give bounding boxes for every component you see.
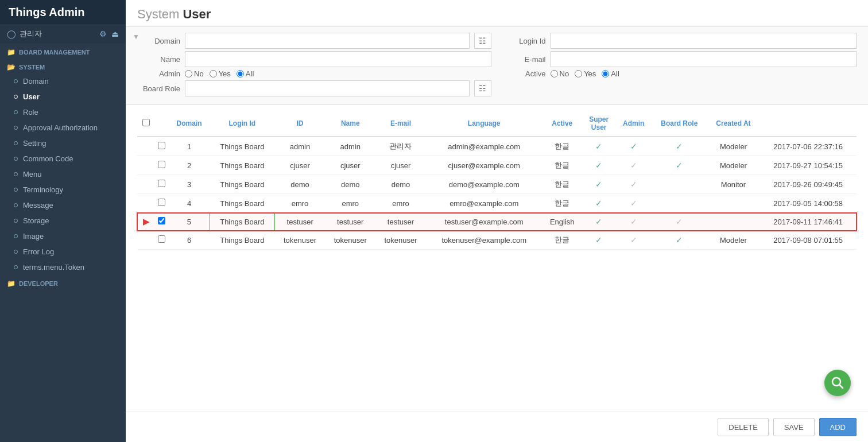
name-input[interactable] <box>185 51 491 67</box>
admin-radio-no[interactable]: No <box>185 69 204 78</box>
th-language[interactable]: Language <box>426 111 542 137</box>
th-created-at[interactable]: Created At <box>707 111 760 137</box>
sidebar-item-domain-label: Domain <box>23 77 49 86</box>
login-id-label: Login Id <box>503 37 546 45</box>
row-checkbox-cell[interactable] <box>154 213 169 231</box>
check-icon: ✓ <box>676 161 683 170</box>
board-role-cell: Modeler <box>707 231 760 250</box>
board-role-input[interactable] <box>185 80 470 96</box>
row-checkbox[interactable] <box>158 180 165 187</box>
super-user-cell: ✓ <box>615 194 652 213</box>
sidebar-item-error-log[interactable]: Error Log <box>0 244 126 259</box>
row-checkbox[interactable] <box>158 161 165 168</box>
user-icon: ◯ <box>7 29 16 38</box>
row-num-cell: 4 <box>169 194 210 213</box>
active-radio-all[interactable]: All <box>602 69 619 78</box>
th-active[interactable]: Active <box>542 111 582 137</box>
super-user-cell: ✓ <box>615 213 652 231</box>
th-login-id[interactable]: Login Id <box>210 111 274 137</box>
check-icon: ✓ <box>595 217 602 226</box>
login-id-input[interactable] <box>551 33 857 49</box>
filter-collapse-arrow[interactable]: ▼ <box>130 33 142 41</box>
row-checkbox-cell[interactable] <box>154 194 169 213</box>
sidebar-item-image[interactable]: Image <box>0 228 126 244</box>
th-id[interactable]: ID <box>275 111 326 137</box>
delete-button[interactable]: DELETE <box>718 418 769 436</box>
table-row[interactable]: 1 Things Board admin admin 관리자 admin@exa… <box>137 137 857 156</box>
search-fab[interactable] <box>824 370 851 396</box>
settings-icon[interactable]: ⚙ <box>99 29 107 38</box>
table-row[interactable]: 3 Things Board demo demo demo demo@examp… <box>137 175 857 194</box>
row-checkbox-cell[interactable] <box>154 175 169 194</box>
id-cell: admin <box>325 137 375 156</box>
admin-radio-all-input[interactable] <box>237 70 244 77</box>
board-role-browse-button[interactable]: ☷ <box>474 80 491 96</box>
th-select-all[interactable] <box>137 111 154 137</box>
sidebar-item-message-label: Message <box>23 201 53 210</box>
sidebar-item-storage[interactable]: Storage <box>0 213 126 228</box>
th-email[interactable]: E-mail <box>375 111 426 137</box>
th-board-role[interactable]: Board Role <box>652 111 707 137</box>
sidebar-item-role[interactable]: Role <box>0 104 126 120</box>
search-icon <box>831 377 844 389</box>
table-row[interactable]: ▶ 5 Things Board testuser testuser testu… <box>137 213 857 231</box>
sidebar-section-developer[interactable]: 📁 DEVELOPER <box>0 275 126 290</box>
sidebar-section-board-management[interactable]: 📁 BOARD MANAGEMENT <box>0 44 126 59</box>
select-all-checkbox[interactable] <box>142 119 150 126</box>
sidebar-item-common-code[interactable]: Common Code <box>0 151 126 166</box>
sidebar-item-message[interactable]: Message <box>0 197 126 213</box>
sidebar-section-system[interactable]: 📂 SYSTEM <box>0 59 126 73</box>
th-name[interactable]: Name <box>325 111 375 137</box>
table-row[interactable]: 4 Things Board emro emro emro emro@examp… <box>137 194 857 213</box>
admin-radio-no-input[interactable] <box>185 70 192 77</box>
active-radio-yes-input[interactable] <box>575 70 582 77</box>
active-radio-no-input[interactable] <box>551 70 558 77</box>
row-checkbox[interactable] <box>158 199 165 206</box>
row-checkbox[interactable] <box>158 217 165 224</box>
row-checkbox[interactable] <box>158 142 165 149</box>
active-radio-no[interactable]: No <box>551 69 569 78</box>
row-checkbox-cell[interactable] <box>154 231 169 250</box>
check-icon: ✓ <box>595 199 602 208</box>
sidebar-item-menu[interactable]: Menu <box>0 166 126 182</box>
domain-browse-button[interactable]: ☷ <box>474 33 491 49</box>
sidebar-item-terminology[interactable]: Terminology <box>0 182 126 197</box>
power-icon[interactable]: ⏏ <box>111 29 119 38</box>
row-checkbox-cell[interactable] <box>154 156 169 175</box>
name-label: Name <box>137 55 180 64</box>
domain-label: Domain <box>137 37 180 45</box>
th-super-user[interactable]: SuperUser <box>582 111 615 137</box>
table-row[interactable]: 6 Things Board tokenuser tokenuser token… <box>137 231 857 250</box>
th-admin[interactable]: Admin <box>615 111 652 137</box>
sidebar-item-approval[interactable]: Approval Authorization <box>0 120 126 135</box>
id-cell: emro <box>325 194 375 213</box>
admin-radio-yes-input[interactable] <box>210 70 217 77</box>
admin-radio-all[interactable]: All <box>237 69 254 78</box>
row-checkbox[interactable] <box>158 235 165 243</box>
main-content: System User ▼ Domain ☷ Name <box>126 0 868 442</box>
domain-input[interactable] <box>185 33 470 49</box>
dot-icon <box>14 79 18 83</box>
table-row[interactable]: 2 Things Board cjuser cjuser cjuser cjus… <box>137 156 857 175</box>
row-expander-cell <box>137 156 154 175</box>
sidebar-item-user[interactable]: User <box>0 89 126 104</box>
active-radio-all-input[interactable] <box>602 70 609 77</box>
save-button[interactable]: SAVE <box>773 418 815 436</box>
admin-cell <box>652 194 707 213</box>
active-radio-yes[interactable]: Yes <box>575 69 596 78</box>
sidebar-item-setting[interactable]: Setting <box>0 135 126 151</box>
admin-radio-yes[interactable]: Yes <box>210 69 231 78</box>
row-expander-cell <box>137 137 154 156</box>
email-input[interactable] <box>551 51 857 67</box>
language-cell: 한글 <box>542 175 582 194</box>
domain-cell: Things Board <box>210 137 274 156</box>
row-checkbox-cell[interactable] <box>154 137 169 156</box>
th-domain[interactable]: Domain <box>169 111 210 137</box>
add-button[interactable]: ADD <box>819 418 857 436</box>
th-num <box>154 111 169 137</box>
name-cell: 관리자 <box>375 137 426 156</box>
domain-cell[interactable]: Things Board <box>210 213 274 231</box>
sidebar-item-domain[interactable]: Domain <box>0 73 126 89</box>
sidebar-item-approval-label: Approval Authorization <box>23 123 98 132</box>
sidebar-item-token[interactable]: terms.menu.Token <box>0 259 126 275</box>
